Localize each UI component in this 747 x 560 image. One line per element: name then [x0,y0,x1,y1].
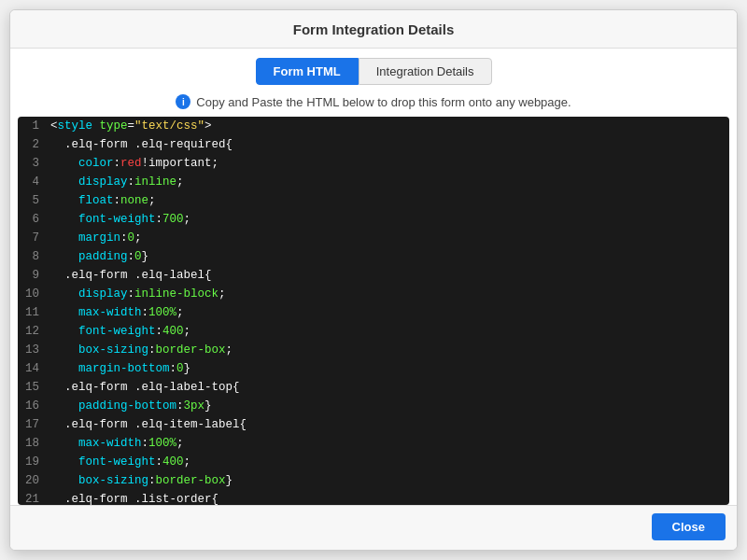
code-line: 16 padding-bottom:3px} [18,397,729,415]
line-content: .elq-form .elq-required{ [50,135,729,154]
code-line: 18 max-width:100%; [18,434,729,453]
line-number: 18 [18,434,50,453]
code-line: 3 color:red!important; [18,154,729,173]
line-number: 11 [18,303,50,322]
line-content: .elq-form .elq-label-top{ [50,378,729,397]
info-icon: i [176,94,190,109]
line-content: padding:0} [50,247,729,266]
code-line: 12 font-weight:400; [18,322,729,341]
line-content: max-width:100%; [50,434,729,453]
line-content: display:inline; [50,173,729,191]
code-line: 15 .elq-form .elq-label-top{ [18,378,729,397]
line-content: font-weight:700; [50,210,729,229]
code-line: 17 .elq-form .elq-item-label{ [18,415,729,434]
line-content: .elq-form .list-order{ [50,490,729,505]
line-content: .elq-form .elq-label{ [50,266,729,285]
info-text: Copy and Paste the HTML below to drop th… [196,95,571,109]
modal-header: Form Integration Details [10,10,737,49]
line-content: font-weight:400; [50,453,729,471]
line-number: 17 [18,415,50,434]
line-number: 2 [18,135,50,154]
line-content: .elq-form .elq-item-label{ [50,415,729,434]
code-line: 20 box-sizing:border-box} [18,471,729,490]
line-content: font-weight:400; [50,322,729,341]
line-content: display:inline-block; [50,285,729,303]
code-line: 10 display:inline-block; [18,285,729,303]
line-number: 6 [18,210,50,229]
code-line: 21 .elq-form .list-order{ [18,490,729,505]
info-bar: i Copy and Paste the HTML below to drop … [10,91,737,117]
modal-footer: Close [10,505,737,550]
line-number: 7 [18,229,50,247]
line-number: 5 [18,191,50,210]
line-number: 8 [18,247,50,266]
line-number: 15 [18,378,50,397]
code-line: 9 .elq-form .elq-label{ [18,266,729,285]
line-content: max-width:100%; [50,303,729,322]
line-number: 1 [18,117,50,135]
line-content: padding-bottom:3px} [50,397,729,415]
line-number: 19 [18,453,50,471]
line-content: box-sizing:border-box; [50,341,729,359]
tab-bar: Form HTML Integration Details [10,49,737,91]
modal-container: Form Integration Details Form HTML Integ… [9,9,738,551]
code-line: 8 padding:0} [18,247,729,266]
code-table: 1 <style type="text/css"> 2 .elq-form .e… [18,117,729,505]
line-number: 14 [18,359,50,378]
line-number: 21 [18,490,50,505]
tab-form-html[interactable]: Form HTML [256,58,359,85]
line-content: box-sizing:border-box} [50,471,729,490]
line-content: float:none; [50,191,729,210]
code-line: 13 box-sizing:border-box; [18,341,729,359]
code-line: 6 font-weight:700; [18,210,729,229]
line-number: 3 [18,154,50,173]
line-content: color:red!important; [50,154,729,173]
modal-title: Form Integration Details [293,21,455,37]
line-number: 13 [18,341,50,359]
line-content: margin:0; [50,229,729,247]
line-number: 4 [18,173,50,191]
code-line: 1 <style type="text/css"> [18,117,729,135]
line-number: 16 [18,397,50,415]
code-area[interactable]: 1 <style type="text/css"> 2 .elq-form .e… [18,117,729,505]
tab-integration-details[interactable]: Integration Details [359,58,492,85]
line-number: 20 [18,471,50,490]
line-number: 10 [18,285,50,303]
code-line: 5 float:none; [18,191,729,210]
code-line: 11 max-width:100%; [18,303,729,322]
code-line: 4 display:inline; [18,173,729,191]
line-number: 12 [18,322,50,341]
line-number: 9 [18,266,50,285]
code-line: 7 margin:0; [18,229,729,247]
code-line: 19 font-weight:400; [18,453,729,471]
line-content: <style type="text/css"> [50,117,729,135]
line-content: margin-bottom:0} [50,359,729,378]
code-line: 14 margin-bottom:0} [18,359,729,378]
code-line: 2 .elq-form .elq-required{ [18,135,729,154]
close-button[interactable]: Close [652,513,726,540]
